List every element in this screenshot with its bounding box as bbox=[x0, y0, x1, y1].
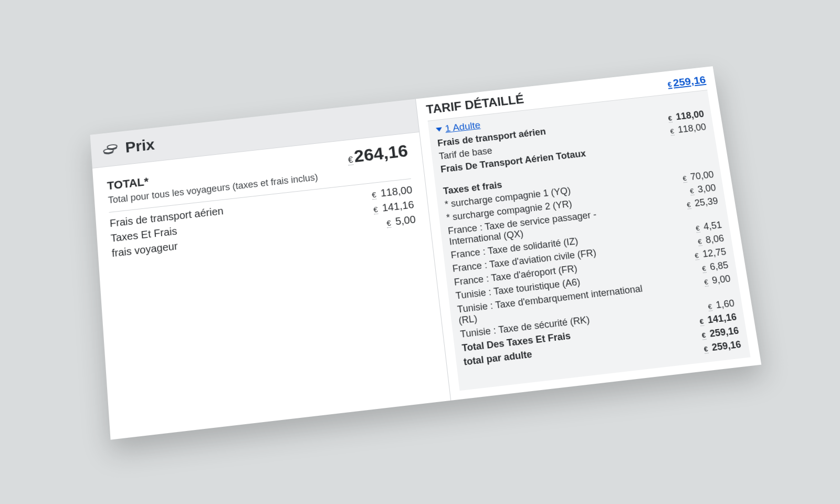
detail-grand-link[interactable]: €259,16 bbox=[667, 74, 707, 89]
detail-line-amount: € 4,51 bbox=[695, 219, 723, 233]
summary-title: Prix bbox=[125, 136, 155, 156]
detail-line-amount: € 259,16 bbox=[703, 339, 742, 354]
detail-column: TARIF DÉTAILLÉ €259,16 1 Adulte Frais de… bbox=[416, 66, 761, 401]
detail-line-amount: € 25,39 bbox=[686, 196, 721, 220]
chevron-down-icon bbox=[436, 127, 443, 132]
detail-line-amount: € 118,00 bbox=[669, 122, 707, 136]
detail-line-amount: € 1,60 bbox=[707, 298, 735, 312]
price-card: Prix TOTAL* €264,16 Total pour tous les … bbox=[90, 66, 762, 439]
coins-icon bbox=[102, 141, 119, 158]
total-label: TOTAL* bbox=[107, 175, 149, 193]
detail-line-amount: € 12,75 bbox=[694, 246, 727, 260]
detail-line-amount: € 259,16 bbox=[701, 325, 740, 340]
detail-line-amount: € 118,00 bbox=[667, 109, 705, 123]
detail-line-label bbox=[465, 371, 466, 382]
detail-line-amount: € 3,00 bbox=[689, 183, 717, 196]
detail-line-amount: € 9,00 bbox=[704, 274, 733, 298]
detail-line-amount: € 6,85 bbox=[701, 260, 729, 274]
summary-line-amount: € 141,16 bbox=[373, 199, 415, 215]
detail-line-amount: € 70,00 bbox=[682, 169, 715, 183]
passenger-link[interactable]: 1 Adulte bbox=[445, 120, 481, 134]
summary-line-amount: € 118,00 bbox=[371, 184, 413, 200]
detail-line-amount: € 141,16 bbox=[699, 311, 738, 327]
summary-line-amount: € 5,00 bbox=[386, 214, 416, 229]
detail-line-amount: € 8,06 bbox=[697, 233, 725, 247]
summary-column: Prix TOTAL* €264,16 Total pour tous les … bbox=[90, 99, 451, 440]
detail-body: 1 Adulte Frais de transport aérien€ 118,… bbox=[427, 90, 750, 391]
